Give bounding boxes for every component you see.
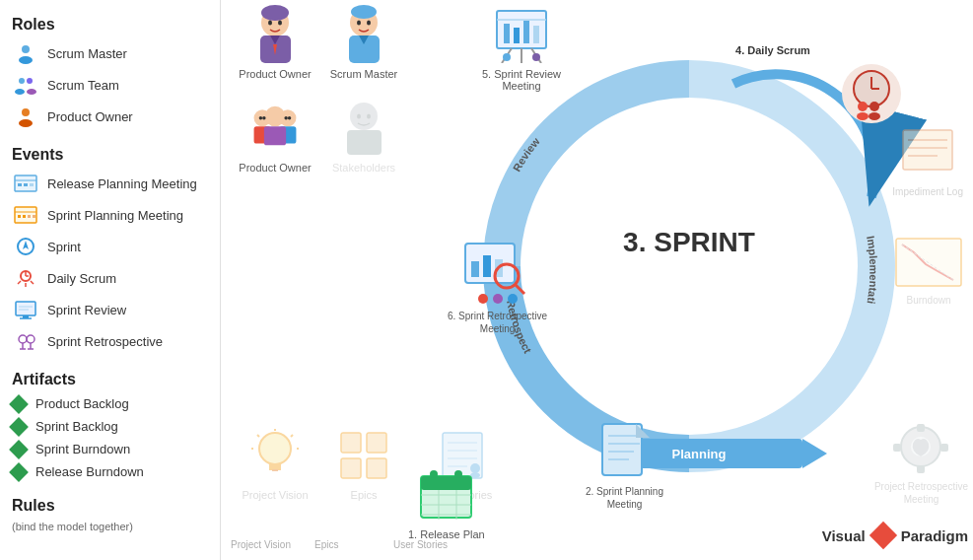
svg-point-1	[19, 56, 33, 64]
scrum-master-label: Scrum Master	[47, 46, 127, 61]
scrum-master-figure-label: Scrum Master	[330, 68, 397, 80]
impediment-log-figure[interactable]: Impediment Log	[892, 128, 963, 197]
svg-rect-83	[367, 433, 386, 453]
svg-rect-137	[903, 130, 952, 170]
impediment-log-label: Impediment Log	[892, 186, 963, 197]
svg-line-79	[291, 435, 293, 437]
stakeholders-figure-icon	[334, 99, 393, 158]
svg-point-121	[869, 112, 880, 120]
project-vision-figure[interactable]: Project Vision	[231, 426, 319, 501]
rules-section-title: Rules	[0, 491, 220, 519]
svg-point-70	[288, 116, 291, 119]
svg-point-73	[357, 113, 361, 118]
svg-point-4	[15, 89, 25, 95]
stakeholders-figure[interactable]: Stakeholders	[319, 99, 408, 174]
epics-figure[interactable]: Epics	[319, 426, 408, 501]
burndown-figure[interactable]: Burndown	[894, 237, 963, 306]
svg-rect-26	[16, 302, 35, 315]
sprint-planning-label: Sprint Planning Meeting	[47, 208, 183, 223]
scrum-team-figure-label: Product Owner	[239, 162, 311, 174]
svg-rect-18	[33, 215, 35, 218]
user-stories-text: User Stories	[393, 539, 448, 550]
release-burndown-diamond	[9, 462, 29, 482]
scrum-master-icon	[12, 41, 39, 65]
product-owner-icon	[12, 105, 39, 128]
svg-point-39	[261, 5, 289, 21]
scrum-team-icon	[12, 73, 39, 97]
svg-line-25	[31, 281, 34, 284]
svg-point-120	[857, 112, 869, 120]
sprint-planning-meeting-label: 2. Sprint PlanningMeeting	[586, 485, 663, 511]
sidebar-item-sprint-retro[interactable]: Sprint Retrospective	[0, 325, 220, 357]
product-owner-figure-label: Product Owner	[239, 68, 311, 80]
sprint-retro-icon	[12, 329, 39, 353]
epics-label: Epics	[351, 489, 378, 501]
svg-line-127	[515, 284, 524, 294]
sidebar-item-sprint[interactable]: Sprint	[0, 231, 220, 262]
svg-rect-66	[264, 126, 286, 145]
scrum-team-figure-icon	[245, 99, 305, 158]
sprint-retro-meeting-label: 6. Sprint RetrospectiveMeeting	[448, 310, 547, 335]
scrum-team-figure[interactable]: Product Owner	[231, 99, 319, 174]
sidebar-item-product-owner[interactable]: Product Owner	[0, 101, 220, 132]
sprint-label: Sprint	[47, 240, 81, 254]
svg-point-0	[22, 45, 30, 53]
vp-brand: Visual Paradigm	[822, 525, 968, 545]
sidebar-item-release-burndown[interactable]: Release Burndown	[0, 460, 220, 483]
sidebar-item-product-backlog[interactable]: Product Backlog	[0, 392, 220, 415]
svg-point-68	[262, 116, 265, 119]
main-content: Product Owner	[221, 0, 973, 560]
sprint-review-label: Sprint Review	[47, 303, 126, 317]
svg-rect-123	[471, 261, 479, 277]
sidebar-item-scrum-master[interactable]: Scrum Master	[0, 37, 220, 69]
project-retro-meeting-figure[interactable]: Project RetrospectiveMeeting	[874, 422, 968, 506]
scrum-master-figure[interactable]: Scrum Master	[319, 5, 408, 92]
artifacts-section-title: Artifacts	[0, 365, 220, 392]
sidebar-item-sprint-burndown[interactable]: Sprint Burndown	[0, 438, 220, 460]
sidebar-item-daily-scrum[interactable]: Daily Scrum	[0, 262, 220, 294]
sidebar-item-sprint-backlog[interactable]: Sprint Backlog	[0, 415, 220, 438]
svg-point-6	[22, 108, 30, 116]
product-backlog-label: Product Backlog	[35, 396, 129, 411]
epics-text: Epics	[314, 539, 338, 550]
sprint-planning-meeting-figure[interactable]: 2. Sprint PlanningMeeting	[586, 422, 663, 511]
svg-line-24	[18, 281, 21, 284]
svg-point-119	[869, 102, 879, 111]
svg-line-78	[257, 435, 259, 437]
sprint-retro-meeting-figure[interactable]: 6. Sprint RetrospectiveMeeting	[448, 242, 547, 335]
sidebar-item-scrum-team[interactable]: Scrum Team	[0, 69, 220, 101]
svg-point-69	[284, 116, 287, 119]
product-backlog-diamond	[9, 394, 29, 414]
svg-text:3. SPRINT: 3. SPRINT	[623, 227, 755, 257]
svg-text:Planning: Planning	[672, 447, 727, 461]
svg-text:4. Daily Scrum: 4. Daily Scrum	[735, 44, 810, 56]
svg-point-3	[27, 78, 33, 84]
daily-scrum-icon	[12, 266, 39, 290]
vp-brand-text-right: Paradigm	[901, 527, 968, 544]
project-vision-label: Project Vision	[242, 489, 308, 501]
svg-marker-136	[636, 424, 650, 438]
sprint-review-icon	[12, 298, 39, 321]
svg-point-48	[357, 21, 361, 26]
product-owner-label: Product Owner	[47, 109, 133, 124]
sprint-backlog-label: Sprint Backlog	[35, 419, 118, 434]
sidebar-item-release-planning[interactable]: Release Planning Meeting	[0, 168, 220, 199]
svg-rect-145	[917, 465, 925, 473]
sidebar-item-sprint-planning[interactable]: Sprint Planning Meeting	[0, 199, 220, 231]
svg-rect-11	[24, 183, 28, 186]
product-owner-figure[interactable]: Product Owner	[231, 5, 319, 92]
svg-rect-15	[18, 215, 21, 218]
svg-point-43	[278, 21, 282, 26]
svg-point-74	[367, 113, 371, 118]
svg-rect-84	[341, 458, 361, 478]
svg-point-5	[27, 89, 36, 95]
sidebar: Roles Scrum Master Scrum Team	[0, 0, 221, 560]
release-burndown-label: Release Burndown	[35, 464, 144, 479]
svg-rect-17	[28, 215, 31, 218]
svg-point-118	[858, 102, 868, 111]
svg-rect-85	[367, 458, 386, 478]
svg-marker-106	[802, 439, 827, 468]
sprint-planning-icon	[12, 203, 39, 227]
sidebar-item-sprint-review[interactable]: Sprint Review	[0, 294, 220, 325]
svg-point-42	[268, 21, 272, 26]
